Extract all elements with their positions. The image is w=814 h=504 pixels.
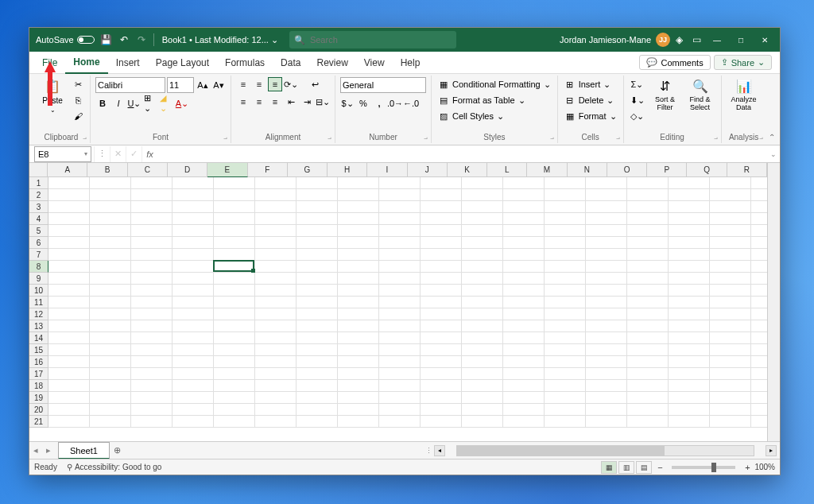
cell-G8[interactable] — [297, 261, 338, 273]
search-box[interactable]: 🔍 — [289, 31, 456, 48]
cell-F16[interactable] — [255, 356, 297, 368]
cell-M19[interactable] — [545, 392, 586, 404]
cell-B18[interactable] — [90, 380, 131, 392]
cell-N14[interactable] — [586, 332, 627, 344]
cell-N19[interactable] — [586, 392, 627, 404]
cell-B2[interactable] — [90, 189, 131, 201]
cell-F14[interactable] — [255, 332, 297, 344]
cell-J10[interactable] — [421, 285, 462, 297]
cell-B16[interactable] — [90, 356, 131, 368]
horizontal-scrollbar[interactable] — [456, 445, 754, 456]
cell-C10[interactable] — [131, 285, 172, 297]
cell-A12[interactable] — [48, 308, 90, 320]
cell-E16[interactable] — [214, 356, 255, 368]
cell-L21[interactable] — [503, 416, 545, 428]
row-header-10[interactable]: 10 — [29, 285, 48, 297]
cell-R5[interactable] — [751, 225, 767, 237]
cell-P17[interactable] — [669, 368, 710, 380]
paste-button[interactable]: 📋 Paste ⌄ — [37, 77, 68, 114]
align-right-icon[interactable]: ≡ — [268, 95, 282, 109]
cell-E7[interactable] — [214, 249, 255, 261]
cell-P4[interactable] — [669, 213, 710, 225]
cell-E17[interactable] — [214, 368, 255, 380]
cell-B21[interactable] — [90, 416, 131, 428]
cell-O6[interactable] — [627, 237, 669, 249]
row-header-3[interactable]: 3 — [29, 201, 48, 213]
cell-O17[interactable] — [627, 368, 669, 380]
cell-C13[interactable] — [131, 320, 172, 332]
cell-K10[interactable] — [462, 285, 503, 297]
cell-A17[interactable] — [48, 368, 90, 380]
cell-A6[interactable] — [48, 237, 90, 249]
row-header-2[interactable]: 2 — [29, 189, 48, 201]
cell-G15[interactable] — [297, 344, 338, 356]
cell-I3[interactable] — [379, 201, 421, 213]
cell-N6[interactable] — [586, 237, 627, 249]
cell-K6[interactable] — [462, 237, 503, 249]
share-button[interactable]: ⇪ Share ⌄ — [714, 55, 772, 70]
tab-review[interactable]: Review — [308, 52, 355, 74]
cell-I19[interactable] — [379, 392, 421, 404]
cell-G13[interactable] — [297, 320, 338, 332]
cell-P12[interactable] — [669, 308, 710, 320]
cell-B15[interactable] — [90, 344, 131, 356]
cell-E18[interactable] — [214, 380, 255, 392]
cell-H16[interactable] — [338, 356, 379, 368]
cell-R15[interactable] — [751, 344, 767, 356]
cell-H8[interactable] — [338, 261, 379, 273]
row-header-11[interactable]: 11 — [29, 297, 48, 308]
cell-B9[interactable] — [90, 273, 131, 285]
cell-L20[interactable] — [503, 404, 545, 416]
cell-C7[interactable] — [131, 249, 172, 261]
font-color-icon[interactable]: A ⌄ — [175, 96, 189, 110]
zoom-slider[interactable] — [672, 466, 735, 469]
cell-F19[interactable] — [255, 392, 297, 404]
italic-icon[interactable]: I — [111, 96, 126, 110]
format-cells-button[interactable]: ▦Format ⌄ — [563, 109, 618, 123]
cell-K8[interactable] — [462, 261, 503, 273]
cell-R18[interactable] — [751, 380, 767, 392]
cell-C20[interactable] — [131, 404, 172, 416]
cell-K18[interactable] — [462, 380, 503, 392]
cell-M18[interactable] — [545, 380, 586, 392]
col-header-Q[interactable]: Q — [687, 163, 727, 177]
cell-B5[interactable] — [90, 225, 131, 237]
cell-H18[interactable] — [338, 380, 379, 392]
cell-J7[interactable] — [421, 249, 462, 261]
cell-O20[interactable] — [627, 404, 669, 416]
cell-Q13[interactable] — [710, 320, 751, 332]
cell-J6[interactable] — [421, 237, 462, 249]
select-all-corner[interactable] — [29, 163, 48, 177]
cell-N9[interactable] — [586, 273, 627, 285]
col-header-B[interactable]: B — [87, 163, 127, 177]
cell-Q5[interactable] — [710, 225, 751, 237]
cell-R11[interactable] — [751, 297, 767, 308]
cell-L1[interactable] — [503, 177, 545, 189]
cut-icon[interactable]: ✂ — [71, 77, 85, 91]
cell-Q10[interactable] — [710, 285, 751, 297]
cell-K1[interactable] — [462, 177, 503, 189]
cell-Q3[interactable] — [710, 201, 751, 213]
tab-view[interactable]: View — [356, 52, 393, 74]
cell-D5[interactable] — [172, 225, 214, 237]
cell-E1[interactable] — [214, 177, 255, 189]
cell-E8[interactable] — [214, 261, 255, 273]
cell-R1[interactable] — [751, 177, 767, 189]
cell-F8[interactable] — [255, 261, 297, 273]
collapse-ribbon-icon[interactable]: ⌃ — [769, 133, 775, 142]
row-header-15[interactable]: 15 — [29, 344, 48, 356]
decrease-font-icon[interactable]: A▾ — [211, 78, 226, 92]
cell-M14[interactable] — [545, 332, 586, 344]
cell-F2[interactable] — [255, 189, 297, 201]
col-header-O[interactable]: O — [607, 163, 647, 177]
col-header-F[interactable]: F — [248, 163, 288, 177]
cell-D14[interactable] — [172, 332, 214, 344]
cell-A16[interactable] — [48, 356, 90, 368]
cell-F10[interactable] — [255, 285, 297, 297]
cell-I9[interactable] — [379, 273, 421, 285]
cell-N3[interactable] — [586, 201, 627, 213]
cell-D7[interactable] — [172, 249, 214, 261]
cell-C15[interactable] — [131, 344, 172, 356]
cell-L8[interactable] — [503, 261, 545, 273]
cell-F15[interactable] — [255, 344, 297, 356]
